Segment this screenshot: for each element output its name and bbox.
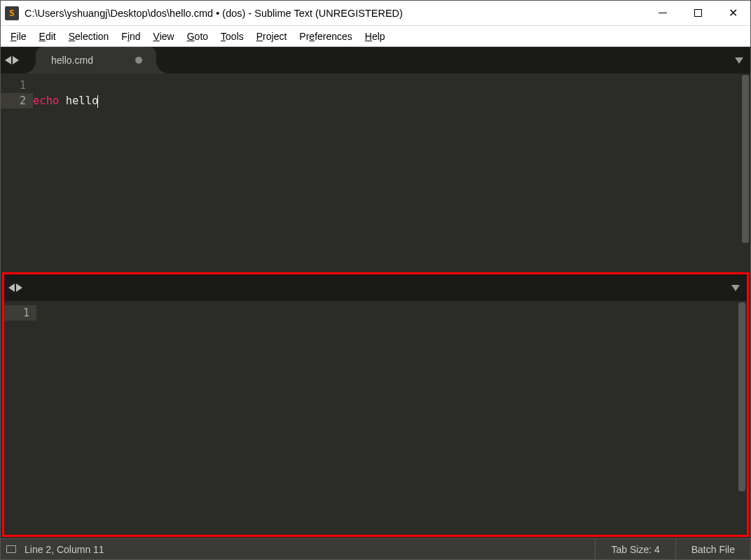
tab-prev-icon[interactable] — [8, 284, 15, 292]
code-line[interactable]: echo hello — [33, 93, 726, 108]
tab-strip-1: hello.cmd — [1, 47, 750, 74]
gutter-1: 1 2 — [1, 74, 33, 272]
status-tabsize[interactable]: Tab Size: 4 — [595, 539, 675, 560]
close-button[interactable]: ✕ — [715, 1, 750, 26]
minimize-button[interactable] — [645, 1, 680, 26]
statusbar: Line 2, Column 11 Tab Size: 4 Batch File — [1, 538, 750, 559]
editor-pane-1: hello.cmd 1 2 echo hello — [1, 47, 750, 272]
text-cursor — [97, 95, 98, 108]
token-keyword: echo — [33, 94, 59, 107]
minimize-icon — [659, 13, 667, 13]
status-position[interactable]: Line 2, Column 11 — [22, 544, 595, 555]
menu-help[interactable]: Help — [359, 29, 391, 44]
menu-find[interactable]: Find — [116, 29, 146, 44]
tab-label: hello.cmd — [51, 55, 93, 66]
window: S C:\Users\yshuangj\Desktop\dos\hello.cm… — [0, 0, 751, 560]
panel-switcher-button[interactable] — [1, 539, 22, 560]
maximize-icon — [694, 9, 702, 17]
minimap-1[interactable] — [726, 74, 740, 272]
tab-prev-icon[interactable] — [5, 56, 11, 64]
chevron-down-icon — [731, 285, 740, 291]
scrollbar-2[interactable] — [737, 301, 747, 535]
menu-goto[interactable]: Goto — [181, 29, 214, 44]
tab-nav-2 — [8, 284, 22, 292]
tab-overflow-button-2[interactable] — [731, 285, 740, 291]
tab-strip-2 — [4, 274, 747, 301]
code-line[interactable] — [33, 78, 726, 93]
tab-hello-cmd[interactable]: hello.cmd — [36, 47, 156, 74]
menu-project[interactable]: Project — [251, 29, 293, 44]
menu-tools[interactable]: Tools — [215, 29, 249, 44]
window-title: C:\Users\yshuangj\Desktop\dos\hello.cmd … — [25, 8, 645, 19]
menu-file[interactable]: File — [5, 29, 32, 44]
tab-overflow-button[interactable] — [735, 57, 743, 64]
menubar: File Edit Selection Find View Goto Tools… — [1, 26, 750, 47]
tab-next-icon[interactable] — [13, 56, 19, 64]
minimap-2[interactable] — [723, 301, 737, 535]
maximize-button[interactable] — [680, 1, 715, 26]
editor-2[interactable]: 1 — [4, 301, 747, 535]
line-number: 1 — [1, 78, 33, 93]
close-icon: ✕ — [729, 6, 738, 20]
chevron-down-icon — [735, 57, 743, 64]
scroll-thumb-1[interactable] — [742, 75, 749, 243]
scrollbar-1[interactable] — [740, 74, 750, 272]
tab-nav — [5, 56, 19, 64]
titlebar[interactable]: S C:\Users\yshuangj\Desktop\dos\hello.cm… — [1, 1, 750, 26]
editor-1[interactable]: 1 2 echo hello — [1, 74, 750, 272]
menu-view[interactable]: View — [148, 29, 180, 44]
panel-icon — [6, 545, 16, 553]
app-icon: S — [5, 6, 19, 20]
highlight-box: 1 — [2, 272, 749, 537]
code-area-2[interactable] — [36, 301, 723, 535]
editor-pane-2: 1 — [4, 274, 747, 535]
menu-selection[interactable]: Selection — [63, 29, 115, 44]
menu-edit[interactable]: Edit — [34, 29, 62, 44]
token-text: hello — [59, 94, 98, 107]
gutter-2: 1 — [4, 301, 36, 535]
line-number: 1 — [4, 305, 36, 321]
dirty-indicator-icon[interactable] — [135, 57, 142, 64]
scroll-thumb-2[interactable] — [738, 302, 745, 491]
line-number: 2 — [1, 93, 33, 108]
client-area: hello.cmd 1 2 echo hello — [1, 47, 750, 559]
code-area-1[interactable]: echo hello — [33, 74, 726, 272]
tab-next-icon[interactable] — [16, 284, 22, 292]
menu-preferences[interactable]: Preferences — [294, 29, 358, 44]
status-syntax[interactable]: Batch File — [675, 539, 750, 560]
